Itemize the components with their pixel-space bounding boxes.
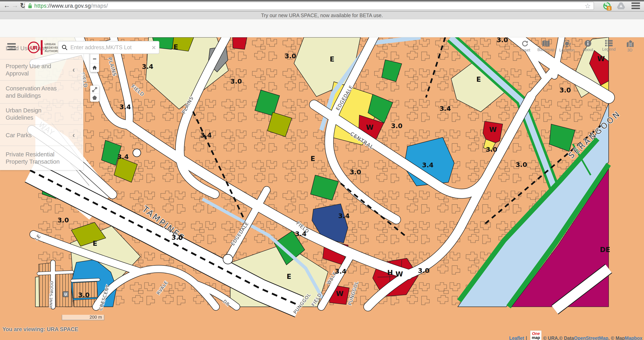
attrib-sep: | (526, 336, 527, 340)
zone-label: 3.0 (560, 86, 571, 94)
zone-label: 3.0 (516, 161, 527, 168)
station-marker: U (63, 292, 68, 297)
sidebar-item-private-residential-property-transaction[interactable]: Private Residential Property Transaction (0, 146, 83, 170)
zone-label: 3.0 (172, 234, 183, 241)
search-box: × (58, 41, 160, 54)
zone-label: 3.0 (496, 37, 508, 44)
zone-label: 3.4 (335, 268, 346, 275)
onemap-logo-top: One (530, 332, 541, 336)
zone-label: E (330, 55, 334, 63)
sidebar-item-label: Conservation Areas and Buildings (6, 85, 67, 99)
zone-label: E (174, 43, 178, 51)
viewing-status-text: You are viewing: URA SPACE (2, 326, 78, 332)
home-icon (92, 65, 97, 70)
zone-label: W (366, 124, 374, 131)
draw-tools (90, 86, 99, 102)
zone-label: 3.4 (120, 103, 131, 111)
measure-icon (92, 87, 97, 92)
legend-icon (605, 40, 613, 46)
polygon-icon (92, 95, 97, 100)
chevron-left-icon: ‹ (72, 132, 75, 139)
osm-link[interactable]: OpenStreetMap (574, 336, 608, 340)
reset-icon (521, 40, 529, 48)
zone-label: 3.0 (418, 267, 429, 274)
zone-label: W (489, 126, 497, 134)
beta-notification-bar: Try our new URA SPACE, now available for… (0, 12, 644, 19)
search-input[interactable] (70, 44, 152, 51)
street-label: WOOD (50, 281, 54, 294)
toolbar-button-label: 3D (620, 48, 640, 52)
window-top-strip (0, 0, 644, 2)
zone-label: 3.4 (422, 161, 434, 169)
search-clear-icon[interactable]: × (152, 44, 156, 50)
toolbar-actions: ResetBasemapLocationAboutLegend3D (514, 39, 640, 52)
scale-bar: 200 m (62, 315, 104, 320)
zone-label: 3.4 (117, 153, 129, 160)
zone-label: 3.0 (285, 52, 296, 60)
url-text: https://www.ura.gov.sg/maps/ (34, 3, 108, 9)
zone-label: 3.4 (295, 230, 307, 238)
zoom-out-button[interactable]: − (90, 55, 99, 63)
basemap-icon (542, 40, 550, 47)
mapbox-link[interactable]: Mapbox (625, 336, 642, 340)
zone-label: 3.0 (350, 168, 361, 176)
zone-label: DE (600, 246, 610, 254)
toolbar-button-label: Reset (514, 48, 536, 52)
browser-back-button[interactable]: ← (2, 2, 11, 9)
attrib-text2: , © Map (608, 336, 625, 340)
browser-address-bar[interactable]: https://www.ura.gov.sg/maps/ ☆ (24, 2, 594, 10)
reset-button[interactable]: Reset (514, 39, 536, 52)
sidebar-item-label: Urban Design Guidelines (6, 107, 67, 121)
street-label: ANNE'S (49, 294, 53, 308)
polygon-tool-button[interactable] (90, 94, 99, 102)
zone-label: W (396, 270, 403, 278)
zone-label: H (387, 269, 393, 277)
zone-label: 3.0 (486, 146, 497, 153)
attrib-text1: © URA,© Data (543, 336, 574, 340)
zone-label: 3.4 (440, 105, 451, 112)
sidebar-item-car-parks[interactable]: Car Parks‹ (0, 124, 83, 146)
threed-icon (626, 40, 634, 48)
basemap-button[interactable]: Basemap (536, 39, 556, 52)
browser-chrome: ← → ↻ https://www.ura.gov.sg/maps/ ☆ 1 (0, 0, 644, 12)
about-button[interactable]: About (578, 39, 598, 52)
onemap-logo-bottom: map (530, 336, 541, 340)
zone-label: E (92, 240, 97, 248)
menu-toggle-button[interactable] (7, 43, 16, 52)
onemap-logo[interactable]: One map (530, 330, 542, 340)
zone-label: W (598, 55, 605, 63)
location-button[interactable]: Location (556, 39, 578, 52)
bookmark-star-icon[interactable]: ☆ (585, 2, 591, 10)
measure-tool-button[interactable] (90, 86, 99, 94)
zone-label: W (336, 290, 344, 298)
toolbar-button-label: Location (556, 48, 578, 52)
toolbar-button-label: About (578, 48, 598, 52)
zone-label: 3.0 (58, 216, 69, 224)
padlock-icon (28, 3, 32, 9)
map-attribution: Leaflet | One map © URA,© Data OpenStree… (509, 330, 642, 340)
search-icon (62, 44, 68, 50)
svg-text:U: U (64, 292, 67, 296)
zone-label: 3.4 (338, 212, 350, 220)
drive-icon[interactable] (617, 2, 625, 10)
app-toolbar: UR UrbanRedevelopmentAuthority × ResetBa… (0, 19, 644, 37)
ura-logo-monogram: UR (28, 42, 40, 53)
home-button[interactable] (90, 63, 99, 72)
ura-logo-bar (41, 40, 42, 55)
extension-icon[interactable]: 1 (602, 1, 612, 10)
zone-label: E (287, 272, 291, 280)
sidebar-item-urban-design-guidelines[interactable]: Urban Design Guidelines (0, 103, 83, 124)
zone-label: E (310, 155, 315, 163)
threed-button[interactable]: 3D (620, 39, 640, 52)
sidebar-item-label: Private Residential Property Transaction (6, 151, 67, 165)
legend-button[interactable]: Legend (598, 39, 620, 52)
sidebar-item-property-use-and-approval[interactable]: Property Use and Approval‹ (0, 59, 83, 80)
leaflet-link[interactable]: Leaflet (509, 336, 524, 340)
browser-menu-button[interactable] (632, 2, 640, 10)
map-canvas[interactable]: U FIELDPLAINSFIELDPLAINSEDGEDALECENTRALT… (0, 37, 644, 340)
zone-label: 3.4 (200, 131, 212, 139)
zone-label: 3.0 (391, 122, 402, 130)
zone-label: 3.4 (142, 63, 153, 70)
sidebar-item-conservation-areas-and-buildings[interactable]: Conservation Areas and Buildings (0, 80, 83, 103)
browser-forward-button[interactable]: → (10, 2, 19, 9)
